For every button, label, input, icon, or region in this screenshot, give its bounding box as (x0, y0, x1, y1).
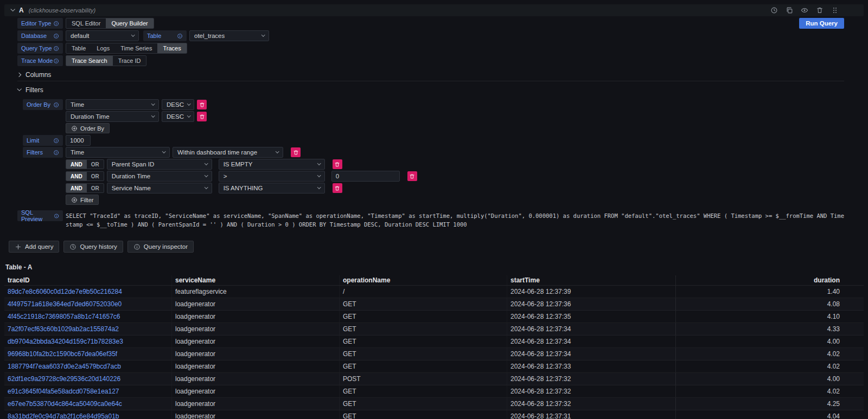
order-by-field-select-2[interactable]: Duration Time (66, 111, 159, 122)
info-icon[interactable] (53, 102, 59, 108)
filter-field-select[interactable]: Duration Time (107, 171, 212, 182)
operation-name-cell: GET (340, 385, 507, 397)
filter-field-select[interactable]: Time (66, 147, 170, 158)
remove-filter-button[interactable] (333, 159, 342, 169)
info-icon[interactable] (54, 213, 59, 219)
editor-type-row: Editor Type SQL Editor Query Builder (17, 18, 844, 29)
query-type-radio-group: Table Logs Time Series Traces (66, 43, 187, 54)
collapse-query-icon[interactable] (10, 7, 15, 11)
column-header-duration[interactable]: duration (675, 275, 864, 285)
chevron-down-icon (187, 101, 191, 105)
start-time-cell: 2024-06-28 12:37:34 (507, 348, 675, 360)
limit-input[interactable] (66, 135, 91, 146)
query-type-option-time-series[interactable]: Time Series (115, 43, 157, 53)
trace-id-link[interactable]: 4f45c21918c73698057a8b1c741657c6 (4, 311, 172, 323)
duration-cell: 4.25 (675, 398, 864, 410)
and-button[interactable]: AND (66, 160, 87, 169)
add-query-button[interactable]: Add query (9, 241, 59, 253)
editor-type-option-query-builder[interactable]: Query Builder (106, 18, 153, 28)
query-history-button[interactable]: Query history (63, 241, 123, 253)
run-query-button[interactable]: Run Query (799, 18, 844, 29)
database-label-text: Database (21, 33, 47, 39)
order-by-direction-select-1[interactable]: DESC (162, 99, 194, 110)
order-by-field-select-1[interactable]: Time (66, 99, 159, 110)
filter-field-select[interactable]: Parent Span ID (107, 159, 212, 170)
info-icon[interactable] (177, 33, 183, 39)
trace-id-link[interactable]: 62df1ec9a29728c9e29536c20d140226 (4, 373, 172, 385)
and-button[interactable]: AND (66, 184, 87, 192)
filter-value-input[interactable] (331, 171, 400, 182)
or-button[interactable]: OR (87, 160, 104, 169)
remove-order-by-button[interactable] (197, 100, 207, 109)
table-body: 89dc7e8c6060c0d12de7e9b50c216284 feature… (4, 286, 864, 419)
remove-filter-button[interactable] (407, 171, 417, 181)
trace-id-link[interactable]: 89dc7e8c6060c0d12de7e9b50c216284 (4, 286, 172, 298)
database-select[interactable]: default (66, 30, 139, 41)
database-table-row: Database default Table otel_traces (17, 30, 844, 41)
info-icon[interactable] (53, 138, 59, 144)
info-icon[interactable] (53, 33, 59, 39)
order-by-direction-select-2[interactable]: DESC (162, 111, 194, 122)
filter-operator-select[interactable]: > (219, 171, 325, 182)
table-select[interactable]: otel_traces (189, 30, 269, 41)
trace-id-link[interactable]: db9704a2bbda34204d159c71b78283e3 (4, 336, 172, 347)
drag-handle-icon[interactable] (831, 7, 839, 14)
trace-id-link[interactable]: 7a2f07ecf63c60b1029ab2ac155874a2 (4, 323, 172, 335)
query-type-option-logs[interactable]: Logs (91, 43, 115, 53)
query-type-option-traces[interactable]: Traces (157, 43, 186, 53)
add-filter-button[interactable]: Filter (66, 195, 99, 205)
info-icon[interactable] (53, 150, 59, 156)
filter-field-select[interactable]: Service Name (107, 183, 212, 194)
grafana-query-editor-page: A (clickhouse-observability) Run Query E… (0, 0, 868, 419)
query-type-option-table[interactable]: Table (66, 43, 91, 53)
trace-id-link[interactable]: e67ee7b53870d4c864ca50409ca0e64c (4, 398, 172, 410)
hide-response-icon[interactable] (801, 7, 808, 14)
or-button[interactable]: OR (87, 184, 104, 192)
remove-query-icon[interactable] (816, 7, 824, 14)
info-icon[interactable] (53, 21, 59, 27)
info-icon[interactable] (53, 46, 59, 51)
panel-title[interactable]: Table - A (4, 263, 864, 272)
trace-id-link[interactable]: 4f497571a618e364ed7ded60752030e0 (4, 298, 172, 310)
circle-plus-icon (71, 197, 78, 203)
column-header-servicename[interactable]: serviceName (172, 275, 340, 285)
query-inspector-button[interactable]: Query inspector (127, 241, 194, 253)
info-icon[interactable] (53, 58, 59, 64)
remove-filter-button[interactable] (333, 183, 342, 193)
table-row: e67ee7b53870d4c864ca50409ca0e64c loadgen… (4, 398, 864, 410)
remove-filter-button[interactable] (291, 147, 301, 157)
duplicate-query-icon[interactable] (786, 7, 793, 14)
query-history-icon[interactable] (770, 7, 778, 14)
filter-field-value: Parent Span ID (112, 161, 155, 167)
filters-section-toggle[interactable]: Filters (17, 85, 844, 95)
query-history-label: Query history (80, 243, 117, 250)
and-button[interactable]: AND (66, 172, 87, 181)
columns-section-toggle[interactable]: Columns (17, 69, 844, 80)
trace-id-link[interactable]: 8a31bd2fe0c94d7ab2f1c6e84d95a01b (4, 410, 172, 419)
trace-id-link[interactable]: 1887794f7eaa6037d0e2a4579bcd7acb (4, 360, 172, 372)
table-header-row: traceID serviceName operationName startT… (4, 275, 864, 286)
filter-operator-select[interactable]: IS ANYTHING (219, 183, 325, 194)
column-header-starttime[interactable]: startTime (507, 275, 675, 285)
operation-name-cell: GET (340, 311, 507, 323)
filter-operator-select[interactable]: IS EMPTY (219, 159, 325, 170)
trace-mode-option-trace-id[interactable]: Trace ID (113, 56, 146, 66)
column-header-traceid[interactable]: traceID (4, 275, 172, 285)
plus-icon (15, 243, 22, 250)
column-header-operationname[interactable]: operationName (340, 275, 507, 285)
service-name-cell: loadgenerator (172, 360, 340, 372)
remove-order-by-button[interactable] (197, 112, 207, 121)
table-row: 4f45c21918c73698057a8b1c741657c6 loadgen… (4, 311, 864, 323)
filter-operator-select[interactable]: Within dashboard time range (173, 147, 283, 158)
start-time-cell: 2024-06-28 12:37:39 (507, 286, 675, 298)
editor-type-option-sql-editor[interactable]: SQL Editor (66, 18, 106, 28)
table-panel: Table - A traceID serviceName operationN… (4, 263, 864, 419)
trace-mode-option-trace-search[interactable]: Trace Search (66, 56, 113, 66)
chevron-down-icon (162, 149, 166, 153)
add-order-by-button[interactable]: Order By (66, 123, 110, 133)
trace-id-link[interactable]: 96968b10fa2b2c1590bc67dea06ef35f (4, 348, 172, 360)
or-button[interactable]: OR (87, 172, 104, 181)
trace-id-link[interactable]: e91c3645f04fa5e58adcd0758e1ea127 (4, 385, 172, 397)
duration-cell: 4.08 (675, 298, 864, 310)
table-row: 7a2f07ecf63c60b1029ab2ac155874a2 loadgen… (4, 323, 864, 336)
